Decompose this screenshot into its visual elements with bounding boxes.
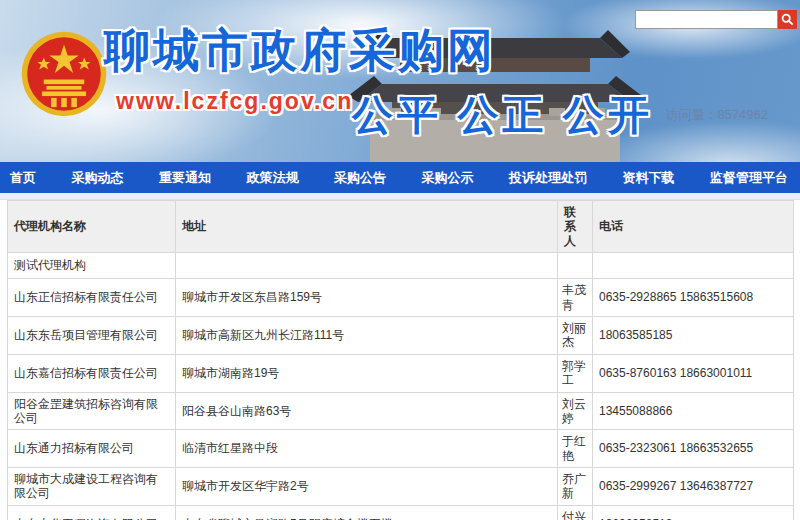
agency-name-cell: 山东东岳项目管理有限公司 [8,316,176,354]
phone-cell: 18063585185 [593,316,794,354]
main-nav: 首页 采购动态 重要通知 政策法规 采购公告 采购公示 投诉处理处罚 资料下载 … [0,162,800,193]
phone-cell: 0635-2323061 18663532655 [593,430,794,468]
phone-cell: 0635-2928865 15863515608 [593,279,794,317]
search-button[interactable] [778,10,797,29]
address-cell: 山东省聊城市昌润路5号明康综合楼五楼 [176,505,558,520]
contact-cell: 丰茂青 [558,279,593,317]
contact-cell: 付兴杰 [558,505,593,520]
nav-item[interactable]: 采购公告 [334,169,386,187]
agency-name-cell: 山东大华工程咨询有限公司 [8,505,176,520]
search-input[interactable] [635,10,778,29]
table-row: 测试代理机构 [8,253,794,279]
address-cell: 聊城市开发区东昌路159号 [176,279,558,317]
column-header: 代理机构名称 [8,201,176,253]
search-bar [635,10,797,29]
table-row: 山东正信招标有限责任公司 聊城市开发区东昌路159号 丰茂青 0635-2928… [8,279,794,317]
nav-item[interactable]: 采购动态 [72,169,124,187]
nav-item[interactable]: 采购公示 [422,169,474,187]
nav-item[interactable]: 资料下载 [623,169,675,187]
agency-name-cell: 阳谷金罡建筑招标咨询有限公司 [8,392,176,430]
address-cell: 聊城市开发区华宇路2号 [176,468,558,506]
contact-cell: 刘丽杰 [558,316,593,354]
phone-cell [593,253,794,279]
contact-cell: 于红艳 [558,430,593,468]
page: 聊城市政府采购网 www.lczfcg.gov.cn 公平 公正 公开 访问量：… [0,0,800,520]
table-row: 阳谷金罡建筑招标咨询有限公司 阳谷县谷山南路63号 刘云婷 1345508886… [8,392,794,430]
table-row: 山东通力招标有限公司 临清市红星路中段 于红艳 0635-2323061 186… [8,430,794,468]
table-row: 山东大华工程咨询有限公司 山东省聊城市昌润路5号明康综合楼五楼 付兴杰 1360… [8,505,794,520]
site-banner: 聊城市政府采购网 www.lczfcg.gov.cn 公平 公正 公开 访问量：… [0,0,800,162]
agency-name-cell: 测试代理机构 [8,253,176,279]
site-slogan: 公平 公正 公开 [352,88,653,143]
phone-cell: 13606358513 [593,505,794,520]
column-header: 联系人 [558,201,593,253]
column-header: 地址 [176,201,558,253]
nav-divider-strip [0,193,800,200]
nav-item[interactable]: 监督管理平台 [710,169,788,187]
nav-item[interactable]: 首页 [10,169,36,187]
phone-cell: 0635-2999267 13646387727 [593,468,794,506]
address-cell: 聊城市高新区九州长江路111号 [176,316,558,354]
visit-counter: 访问量：8574962 [665,106,768,124]
agency-name-cell: 山东通力招标有限公司 [8,430,176,468]
agency-name-cell: 山东正信招标有限责任公司 [8,279,176,317]
agency-name-cell: 聊城市大成建设工程咨询有限公司 [8,468,176,506]
contact-cell [558,253,593,279]
contact-cell: 乔广新 [558,468,593,506]
phone-cell: 13455088866 [593,392,794,430]
national-emblem-icon [18,26,110,122]
contact-cell: 刘云婷 [558,392,593,430]
nav-item[interactable]: 政策法规 [247,169,299,187]
table-row: 山东嘉信招标有限责任公司 聊城市湖南路19号 郭学工 0635-8760163 … [8,354,794,392]
agency-table: 代理机构名称 地址 联系人 电话 测试代理机构 山 [7,200,794,520]
address-cell: 聊城市湖南路19号 [176,354,558,392]
nav-item[interactable]: 投诉处理处罚 [509,169,587,187]
agency-name-cell: 山东嘉信招标有限责任公司 [8,354,176,392]
address-cell [176,253,558,279]
site-url: www.lczfcg.gov.cn [116,88,353,115]
site-title: 聊城市政府采购网 [104,20,524,82]
search-icon [781,13,794,26]
column-header: 电话 [593,201,794,253]
table-row: 山东东岳项目管理有限公司 聊城市高新区九州长江路111号 刘丽杰 1806358… [8,316,794,354]
address-cell: 临清市红星路中段 [176,430,558,468]
address-cell: 阳谷县谷山南路63号 [176,392,558,430]
phone-cell: 0635-8760163 18663001011 [593,354,794,392]
table-header-row: 代理机构名称 地址 联系人 电话 [8,201,794,253]
contact-cell: 郭学工 [558,354,593,392]
table-row: 聊城市大成建设工程咨询有限公司 聊城市开发区华宇路2号 乔广新 0635-299… [8,468,794,506]
nav-item[interactable]: 重要通知 [159,169,211,187]
